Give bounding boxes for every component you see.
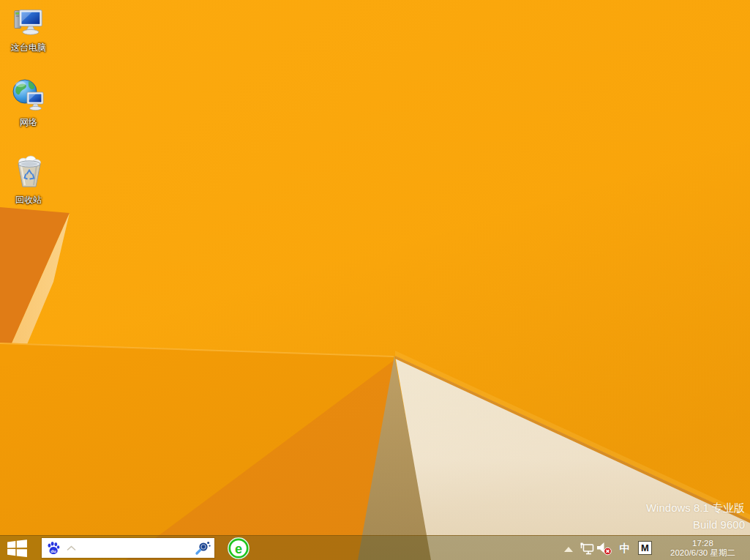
desktop-icon-label: 回收站 — [2, 195, 55, 205]
watermark-edition: Windows 8.1 专业版 — [646, 499, 745, 516]
this-pc-icon — [12, 6, 45, 38]
search-input[interactable] — [76, 541, 194, 556]
baidu-magnifier-icon[interactable] — [194, 540, 211, 557]
windows-start-icon — [7, 540, 27, 557]
network-status-icon — [580, 542, 595, 555]
360-browser-icon[interactable]: e — [227, 537, 250, 560]
clock-time: 17:28 — [670, 539, 735, 549]
browser-glyph: e — [235, 542, 242, 556]
desktop-screen: 这台电脑 网络 — [0, 0, 750, 560]
tray-network-status[interactable] — [580, 542, 596, 555]
baidu-search-box[interactable]: du — [42, 538, 214, 558]
watermark-build: Build 9600 — [646, 516, 745, 533]
chevron-up-icon[interactable] — [67, 545, 76, 551]
desktop-icon-label: 这台电脑 — [2, 43, 55, 53]
chevron-up-tray-icon — [564, 547, 573, 552]
taskbar-clock[interactable]: 17:28 2020/6/30 星期二 — [660, 538, 746, 559]
recycle-bin-icon — [12, 154, 45, 190]
volume-muted-icon — [596, 542, 612, 556]
desktop-icon-network[interactable]: 网络 — [2, 78, 55, 127]
wallpaper-image — [0, 0, 750, 560]
baidu-paw-icon: du — [46, 541, 61, 556]
ime-language-indicator[interactable]: 中 — [618, 541, 632, 556]
tray-volume-muted[interactable] — [596, 542, 613, 556]
desktop-icon-this-pc[interactable]: 这台电脑 — [2, 6, 55, 53]
tray-expand-button[interactable] — [562, 545, 575, 553]
desktop-icon-label: 网络 — [2, 118, 55, 127]
windows-build-watermark: Windows 8.1 专业版 Build 9600 — [646, 499, 745, 533]
start-button[interactable] — [4, 540, 29, 557]
network-icon — [11, 78, 46, 113]
svg-text:du: du — [50, 548, 56, 553]
clock-date: 2020/6/30 星期二 — [670, 548, 735, 559]
taskbar: du e — [0, 535, 750, 560]
ime-mode-badge[interactable]: M — [638, 541, 652, 555]
desktop-icon-recycle-bin[interactable]: 回收站 — [2, 154, 55, 205]
